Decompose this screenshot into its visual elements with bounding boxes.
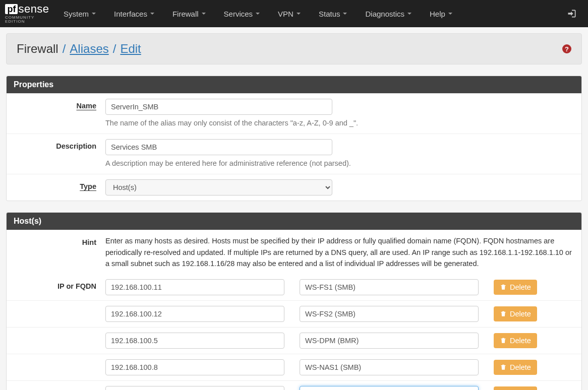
type-select[interactable]: Host(s)	[105, 179, 332, 196]
label-empty	[15, 306, 105, 309]
host-address-input[interactable]	[105, 279, 284, 295]
label-name: Name	[15, 99, 105, 110]
trash-icon	[500, 337, 507, 344]
nav-item-label: Firewall	[172, 10, 199, 18]
host-description-input[interactable]	[300, 359, 479, 375]
delete-label: Delete	[510, 337, 531, 345]
logout-icon[interactable]	[567, 9, 577, 19]
nav-items: SystemInterfacesFirewallServicesVPNStatu…	[54, 0, 567, 27]
nav-item-interfaces[interactable]: Interfaces	[105, 0, 163, 27]
nav-item-label: Interfaces	[114, 10, 147, 18]
host-description-input[interactable]	[300, 306, 479, 322]
label-empty	[15, 386, 105, 389]
breadcrumb-sep: /	[113, 42, 116, 56]
delete-host-button[interactable]: Delete	[494, 360, 537, 375]
help-description: A description may be entered here for ad…	[105, 158, 573, 169]
breadcrumb-sep: /	[63, 42, 66, 56]
nav-item-label: System	[64, 10, 89, 18]
chevron-down-icon	[256, 13, 260, 15]
host-description-input[interactable]	[300, 386, 479, 390]
delete-host-button[interactable]: Delete	[494, 280, 537, 295]
delete-label: Delete	[510, 283, 531, 291]
host-address-input[interactable]	[105, 333, 284, 349]
delete-host-button[interactable]: Delete	[494, 386, 537, 390]
chevron-down-icon	[150, 13, 154, 15]
panel-hosts: Host(s) Hint Enter as many hosts as desi…	[6, 212, 582, 390]
logo-subtext: COMMUNITY EDITION	[5, 16, 49, 24]
logo[interactable]: pf sense COMMUNITY EDITION	[0, 2, 54, 26]
description-input[interactable]	[105, 139, 332, 155]
label-ip-or-fqdn: IP or FQDN	[15, 279, 105, 290]
label-hint: Hint	[15, 235, 105, 246]
nav-item-label: Diagnostics	[365, 10, 404, 18]
nav-item-status[interactable]: Status	[310, 0, 357, 27]
logo-sense: sense	[18, 4, 49, 15]
host-address-input[interactable]	[105, 386, 284, 390]
top-navbar: pf sense COMMUNITY EDITION SystemInterfa…	[0, 0, 588, 27]
trash-icon	[500, 284, 507, 291]
nav-item-diagnostics[interactable]: Diagnostics	[356, 0, 421, 27]
trash-icon	[500, 364, 507, 371]
chevron-down-icon	[92, 13, 96, 15]
host-description-input[interactable]	[300, 333, 479, 349]
nav-item-system[interactable]: System	[54, 0, 105, 27]
host-description-input[interactable]	[300, 279, 479, 295]
label-type: Type	[15, 179, 105, 190]
help-name: The name of the alias may only consist o…	[105, 118, 573, 128]
nav-item-firewall[interactable]: Firewall	[163, 0, 215, 27]
chevron-down-icon	[297, 13, 301, 15]
label-empty	[15, 333, 105, 336]
panel-properties: Properties Name The name of the alias ma…	[6, 76, 582, 201]
chevron-down-icon	[448, 13, 452, 15]
chevron-down-icon	[202, 13, 206, 15]
breadcrumb-aliases[interactable]: Aliases	[70, 42, 108, 56]
nav-item-help[interactable]: Help	[421, 0, 461, 27]
host-address-input[interactable]	[105, 359, 284, 375]
panel-hosts-title: Host(s)	[7, 213, 581, 230]
breadcrumb: Firewall / Aliases / Edit ?	[6, 33, 582, 64]
label-empty	[15, 359, 105, 362]
help-icon[interactable]: ?	[562, 44, 571, 53]
nav-item-label: VPN	[278, 10, 293, 18]
trash-icon	[500, 310, 507, 317]
delete-label: Delete	[510, 363, 531, 371]
delete-label: Delete	[510, 310, 531, 318]
name-input[interactable]	[105, 99, 332, 115]
nav-item-vpn[interactable]: VPN	[269, 0, 310, 27]
breadcrumb-root: Firewall	[17, 42, 58, 56]
logo-pf: pf	[5, 4, 18, 14]
chevron-down-icon	[407, 13, 411, 15]
panel-properties-title: Properties	[7, 76, 581, 93]
nav-item-label: Help	[430, 10, 445, 18]
breadcrumb-edit[interactable]: Edit	[120, 42, 141, 56]
nav-item-services[interactable]: Services	[215, 0, 269, 27]
help-hint: Enter as many hosts as desired. Hosts mu…	[105, 235, 573, 269]
nav-item-label: Services	[224, 10, 253, 18]
chevron-down-icon	[343, 13, 347, 15]
nav-item-label: Status	[319, 10, 340, 18]
delete-host-button[interactable]: Delete	[494, 306, 537, 321]
delete-host-button[interactable]: Delete	[494, 333, 537, 348]
label-description: Description	[15, 139, 105, 150]
host-address-input[interactable]	[105, 306, 284, 322]
